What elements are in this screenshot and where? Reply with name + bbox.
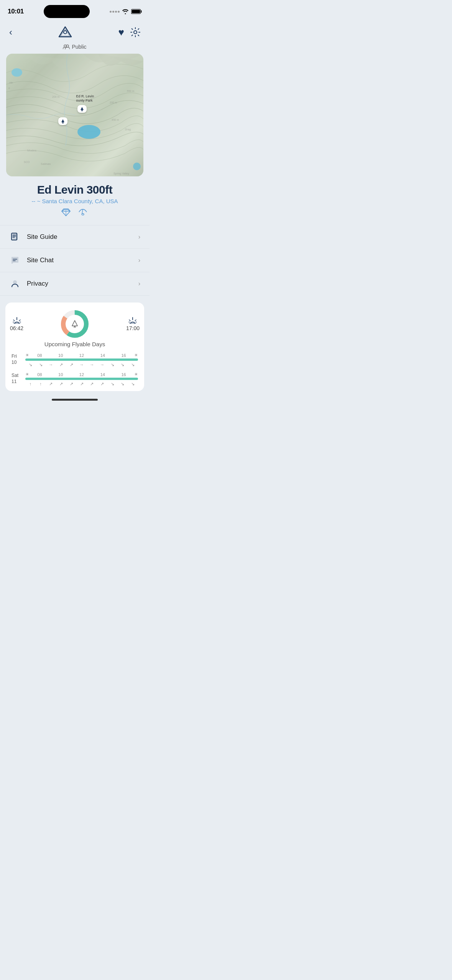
day-row-fri: Fri 10 ☀ 08 10 12 14 16 ☀ ↘ ↘ → bbox=[12, 353, 138, 367]
svg-text:200 m: 200 m bbox=[52, 95, 60, 98]
svg-text:nte: nte bbox=[9, 81, 13, 84]
svg-point-8 bbox=[66, 45, 69, 47]
notch bbox=[44, 5, 90, 18]
site-title-section: Ed Levin 300ft -- ~ Santa Clara County, … bbox=[0, 176, 150, 220]
favorite-button[interactable]: ♥ bbox=[118, 26, 124, 38]
svg-text:Salinas: Salinas bbox=[41, 162, 51, 166]
chevron-icon: › bbox=[138, 280, 140, 287]
svg-text:o: o bbox=[8, 87, 10, 89]
menu-item-site-chat[interactable]: Site Chat › bbox=[0, 249, 150, 272]
sunset-icon bbox=[128, 317, 137, 324]
menu-item-site-guide[interactable]: Site Guide › bbox=[0, 225, 150, 249]
chevron-icon: › bbox=[138, 233, 140, 240]
sunrise-time: 06:42 bbox=[10, 317, 23, 331]
privacy-icon bbox=[9, 279, 21, 288]
status-time: 10:01 bbox=[8, 8, 24, 15]
day-row-sat: Sat 11 ☀ 08 10 12 14 16 ☀ ↑ ↑ ↗ bbox=[12, 372, 138, 386]
flyable-card: 06:42 bbox=[5, 303, 144, 391]
svg-text:SCO: SCO bbox=[24, 161, 30, 163]
flyable-donut-chart bbox=[59, 309, 90, 339]
svg-marker-20 bbox=[81, 107, 84, 110]
site-guide-label: Site Guide bbox=[27, 233, 57, 241]
sunrise-text: 06:42 bbox=[10, 325, 23, 331]
site-map[interactable]: Salinas Spring Valley Drag Modes SCO nte… bbox=[6, 54, 143, 176]
svg-point-7 bbox=[64, 45, 66, 47]
flyable-bar-sat bbox=[25, 378, 138, 380]
water-body-2 bbox=[77, 125, 100, 139]
day-data-sat: ☀ 08 10 12 14 16 ☀ ↑ ↑ ↗ ↗ ↗ ↗ ↗ bbox=[25, 372, 138, 386]
site-guide-icon bbox=[9, 232, 21, 242]
map-location-label: Ed R. Levin ounty Park bbox=[76, 94, 94, 103]
time-grid: Fri 10 ☀ 08 10 12 14 16 ☀ ↘ ↘ → bbox=[10, 353, 140, 386]
menu-left: Privacy bbox=[9, 279, 48, 288]
svg-rect-1 bbox=[141, 10, 141, 13]
flyable-title: Upcoming Flyable Days bbox=[10, 341, 140, 347]
site-chat-label: Site Chat bbox=[27, 257, 54, 264]
wind-arrows-sat: ↑ ↑ ↗ ↗ ↗ ↗ ↗ ↗ ↘ ↘ ↘ bbox=[25, 381, 138, 386]
wifi-icon bbox=[122, 9, 129, 14]
public-icon bbox=[63, 44, 70, 49]
paraglider-icon bbox=[77, 208, 89, 216]
status-bar: 10:01 bbox=[0, 0, 150, 21]
water-body-3 bbox=[133, 163, 141, 170]
public-badge: Public bbox=[0, 44, 150, 50]
site-chat-icon bbox=[9, 256, 21, 265]
svg-text:Drag: Drag bbox=[125, 128, 131, 131]
signal-icon bbox=[110, 11, 120, 13]
privacy-label: Privacy bbox=[27, 280, 48, 288]
home-bar bbox=[52, 399, 98, 401]
menu-item-privacy[interactable]: Privacy › bbox=[0, 272, 150, 296]
svg-marker-23 bbox=[61, 119, 64, 122]
gem-icon bbox=[61, 208, 71, 217]
sunrise-icon bbox=[13, 317, 21, 324]
sunset-text: 17:00 bbox=[126, 325, 140, 331]
svg-text:Modes: Modes bbox=[27, 149, 36, 152]
svg-marker-41 bbox=[72, 321, 77, 326]
header-nav: ‹ ♥ bbox=[0, 21, 150, 42]
battery-icon bbox=[131, 9, 142, 14]
sunset-time: 17:00 bbox=[126, 317, 140, 331]
app-logo bbox=[57, 25, 74, 39]
status-icons bbox=[110, 9, 142, 14]
svg-point-33 bbox=[82, 214, 84, 215]
public-label: Public bbox=[72, 44, 86, 50]
svg-point-5 bbox=[64, 31, 67, 34]
home-indicator bbox=[0, 395, 150, 403]
header-actions: ♥ bbox=[118, 26, 140, 38]
svg-text:550 m: 550 m bbox=[127, 90, 135, 92]
svg-text:450 m: 450 m bbox=[112, 118, 119, 121]
svg-point-6 bbox=[134, 31, 137, 34]
site-badges bbox=[8, 208, 142, 217]
flyable-header: 06:42 bbox=[10, 309, 140, 339]
map-pin-2[interactable] bbox=[58, 117, 67, 125]
svg-text:Spring Valley: Spring Valley bbox=[113, 172, 129, 175]
menu-left: Site Chat bbox=[9, 256, 54, 265]
chevron-icon: › bbox=[138, 257, 140, 264]
svg-point-36 bbox=[13, 281, 16, 284]
settings-button[interactable] bbox=[130, 27, 140, 37]
menu-left: Site Guide bbox=[9, 232, 57, 242]
site-name: Ed Levin 300ft bbox=[8, 183, 142, 196]
logo-icon bbox=[57, 25, 74, 39]
svg-text:200 m: 200 m bbox=[110, 101, 117, 104]
day-label-fri: Fri 10 bbox=[12, 353, 25, 365]
map-background: Salinas Spring Valley Drag Modes SCO nte… bbox=[6, 54, 143, 176]
wind-arrows-fri: ↘ ↘ → ↗ ↗ → → → ↘ ↘ ↘ bbox=[25, 362, 138, 367]
svg-rect-2 bbox=[131, 10, 140, 13]
back-button[interactable]: ‹ bbox=[9, 28, 12, 37]
day-label-sat: Sat 11 bbox=[12, 372, 25, 385]
map-pin-1[interactable] bbox=[77, 105, 87, 113]
site-location: -- ~ Santa Clara County, CA, USA bbox=[8, 198, 142, 204]
day-data-fri: ☀ 08 10 12 14 16 ☀ ↘ ↘ → ↗ ↗ → → bbox=[25, 353, 138, 367]
svg-rect-35 bbox=[12, 233, 18, 240]
menu-list: Site Guide › Site Chat › Privacy bbox=[0, 225, 150, 296]
flyable-bar-fri bbox=[25, 358, 138, 361]
